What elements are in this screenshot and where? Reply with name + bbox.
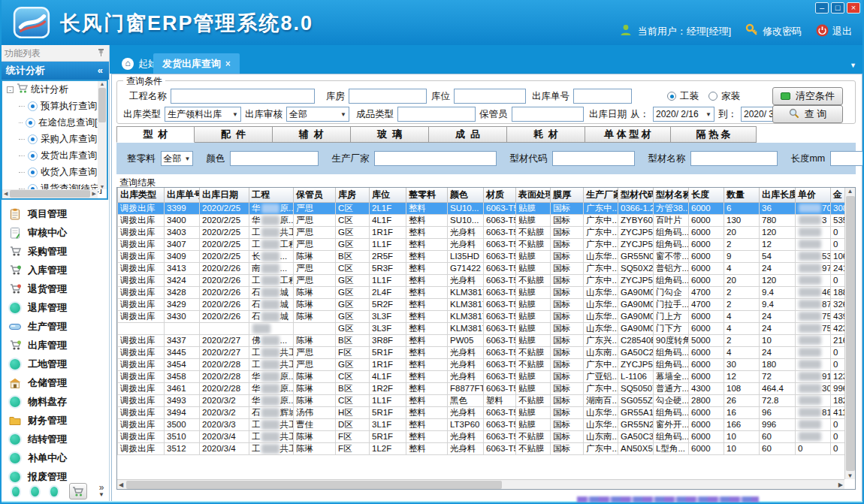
sidebar-item[interactable]: 退库管理 bbox=[0, 298, 109, 317]
keeper-input[interactable] bbox=[512, 107, 584, 122]
table-row[interactable]: 调拨出库35002020/3/3工共工程曹佳D区3L1F整料LT3P606063… bbox=[118, 418, 845, 430]
sidebar-item[interactable]: 补单中心 bbox=[0, 448, 109, 467]
tab-close-icon[interactable]: × bbox=[225, 59, 231, 69]
quick-dot-icon[interactable] bbox=[50, 487, 58, 496]
quick-dot-icon[interactable] bbox=[12, 487, 20, 496]
column-header[interactable]: 膜厚 bbox=[551, 188, 584, 202]
column-header[interactable]: 工程 bbox=[249, 188, 294, 202]
sidebar-item[interactable]: 物料盘存 bbox=[0, 392, 109, 411]
sidebar-item[interactable]: 财务管理 bbox=[0, 411, 109, 430]
column-header[interactable]: 整零料 bbox=[406, 188, 448, 202]
table-row[interactable]: 调拨出库34072020/2/25工工程严思G区1L1F整料光身料6063-T5… bbox=[118, 238, 845, 250]
table-row[interactable]: 调拨出库34932020/3/2华原...陈琳C区1L1F整料黑色塑料不贴膜国标… bbox=[118, 394, 845, 406]
sidebar-item[interactable]: 入库管理 bbox=[0, 261, 109, 279]
color-input[interactable] bbox=[230, 151, 319, 166]
table-horizontal-scrollbar[interactable]: ◀▶ bbox=[117, 479, 844, 489]
tree-vertical-scrollbar[interactable]: ▲▼ bbox=[98, 81, 107, 189]
collapse-icon[interactable]: « bbox=[98, 62, 103, 80]
sidebar-item[interactable]: 结转管理 bbox=[0, 430, 109, 448]
column-header[interactable]: 库房 bbox=[336, 188, 370, 202]
whole-piece-select[interactable]: 全部▼ bbox=[161, 151, 194, 166]
column-header[interactable]: 颜色 bbox=[448, 188, 484, 202]
material-tab[interactable]: 型 材 bbox=[116, 126, 195, 143]
radio-jiazhuang[interactable] bbox=[708, 92, 717, 101]
cart-shortcut-button[interactable] bbox=[69, 483, 87, 499]
stats-section-header[interactable]: 统计分析 « bbox=[0, 62, 109, 80]
table-row[interactable]: 调拨出库35122020/3/4工共工程陈琳F区1L2F整料光身料6063-T5… bbox=[118, 442, 845, 454]
column-header[interactable]: 数量 bbox=[724, 188, 760, 202]
column-header[interactable]: 出库日期 bbox=[200, 188, 249, 202]
table-row[interactable]: G区3L3F整料KLM38176063-T5贴膜国标山东华...GA90M09.… bbox=[118, 322, 845, 334]
sidebar-item[interactable]: 审核中心 bbox=[0, 223, 109, 242]
table-row[interactable]: 调拨出库34452020/2/27工共工程严思F区5R1F整料光身料6063-T… bbox=[118, 346, 845, 358]
sidebar-item[interactable]: 出库管理 bbox=[0, 336, 109, 355]
table-row[interactable]: 调拨出库34092020/2/25长...陈琳B区2R5F整料LI35HD606… bbox=[118, 250, 845, 262]
table-row[interactable]: 调拨出库34942020/3/2石辉城汤伟H区5R1F整料光身料6063-T5贴… bbox=[118, 406, 845, 418]
material-tab[interactable]: 耗 材 bbox=[507, 126, 585, 143]
table-row[interactable]: 调拨出库35102020/3/4工共工程陈琳F区5R1F整料光身料6063-T5… bbox=[118, 430, 845, 442]
column-header[interactable]: 型材名称 bbox=[654, 188, 689, 202]
tree-item[interactable]: 在途信息查询[待 bbox=[2, 114, 107, 131]
tree-item[interactable]: 采购入库查询 bbox=[2, 131, 107, 147]
profile-name-input[interactable] bbox=[690, 151, 778, 166]
tabbar-overflow-icon[interactable]: ▼ bbox=[850, 62, 856, 69]
outbound-audit-select[interactable]: 全部▼ bbox=[286, 107, 349, 122]
column-header[interactable]: 材质 bbox=[484, 188, 516, 202]
column-header[interactable]: 出库长度 bbox=[760, 188, 796, 202]
column-header[interactable]: 出库单号 bbox=[165, 188, 200, 202]
sidebar-overflow-chevron[interactable]: »▼ bbox=[98, 484, 104, 498]
material-tab[interactable]: 玻 璃 bbox=[351, 126, 429, 143]
column-header[interactable]: 出库类型 bbox=[118, 188, 165, 202]
clear-conditions-button[interactable]: 清空条件 bbox=[772, 87, 843, 105]
maker-input[interactable] bbox=[374, 151, 497, 166]
tab-shipment-outbound-query[interactable]: 发货出库查询 × bbox=[153, 53, 240, 74]
material-tab[interactable]: 配 件 bbox=[195, 126, 273, 143]
minimize-button[interactable]: – bbox=[815, 2, 829, 14]
column-header[interactable]: 表面处理 bbox=[516, 188, 551, 202]
tree-root[interactable]: - 统计分析 bbox=[2, 81, 107, 98]
table-row[interactable]: 调拨出库34302020/2/26石城陈琳G区3L3F整料KLM38176063… bbox=[118, 310, 845, 322]
material-tab[interactable]: 隔 热 条 bbox=[671, 126, 757, 143]
pin-icon[interactable] bbox=[98, 45, 104, 62]
sidebar-item[interactable]: 仓储管理 bbox=[0, 373, 109, 392]
column-header[interactable]: 金 bbox=[831, 188, 845, 202]
table-row[interactable]: 调拨出库34242020/2/26工工程严思G区1L1F整料光身料6063-T5… bbox=[118, 274, 845, 286]
product-type-input[interactable] bbox=[397, 107, 476, 122]
table-row[interactable]: 调拨出库33992020/2/25华原..严思C区2L1F整料SU10...60… bbox=[118, 202, 845, 214]
close-button[interactable]: × bbox=[847, 2, 860, 14]
length-input[interactable] bbox=[830, 151, 864, 166]
sidebar-item[interactable]: 项目管理 bbox=[0, 204, 109, 223]
column-header[interactable]: 长度 bbox=[689, 188, 724, 202]
sidebar-item[interactable]: 生产管理 bbox=[0, 317, 109, 336]
order-no-input[interactable] bbox=[573, 89, 632, 104]
column-header[interactable]: 生产厂家 bbox=[584, 188, 618, 202]
material-tab[interactable]: 单 体 型 材 bbox=[585, 126, 671, 143]
table-vertical-scrollbar[interactable]: ▲▼ bbox=[844, 188, 855, 479]
warehouse-input[interactable] bbox=[349, 89, 427, 104]
table-row[interactable]: 调拨出库34372020/2/27佛...陈琳B区3R8F整料PW056063-… bbox=[118, 334, 845, 346]
table-row[interactable]: 调拨出库34132020/2/26南...严思C区5R3F整料G71422606… bbox=[118, 262, 845, 274]
tree-horizontal-scrollbar[interactable]: ◀▶ bbox=[2, 189, 98, 198]
change-password[interactable]: 修改密码 bbox=[745, 23, 802, 39]
table-row[interactable]: 调拨出库34542020/2/28工共工程严思G区1R1F整料光身料6063-T… bbox=[118, 358, 845, 370]
column-header[interactable]: 单价 bbox=[796, 188, 831, 202]
sidebar-item[interactable]: 采购管理 bbox=[0, 242, 109, 261]
table-row[interactable]: 调拨出库34582020/2/28华原...陈琳C区4L1F整料光身料6063-… bbox=[118, 370, 845, 382]
material-tab[interactable]: 成 品 bbox=[429, 126, 507, 143]
table-row[interactable]: 调拨出库34292020/2/26石城陈琳G区5R2F整料KLM38176063… bbox=[118, 298, 845, 310]
column-header[interactable]: 型材代码 bbox=[618, 188, 654, 202]
date-from-select[interactable]: 2020/ 2/16▼ bbox=[653, 107, 714, 122]
material-tab[interactable]: 辅 材 bbox=[273, 126, 351, 143]
profile-code-input[interactable] bbox=[552, 151, 635, 166]
column-header[interactable]: 保管员 bbox=[294, 188, 336, 202]
sidebar-item[interactable]: 工地管理 bbox=[0, 355, 109, 373]
sidebar-item[interactable]: 退货管理 bbox=[0, 279, 109, 298]
location-input[interactable] bbox=[454, 89, 526, 104]
maximize-button[interactable]: □ bbox=[831, 2, 844, 14]
quick-dot-icon[interactable] bbox=[31, 487, 38, 496]
column-header[interactable]: 库位 bbox=[370, 188, 406, 202]
tree-expander-icon[interactable]: - bbox=[7, 86, 14, 93]
table-row[interactable]: 调拨出库34032020/2/25工共工程严思G区1R1F整料光身料6063-T… bbox=[118, 226, 845, 238]
radio-gongzhuang[interactable] bbox=[667, 92, 676, 101]
tree-item[interactable]: 预算执行查询 bbox=[2, 98, 107, 114]
